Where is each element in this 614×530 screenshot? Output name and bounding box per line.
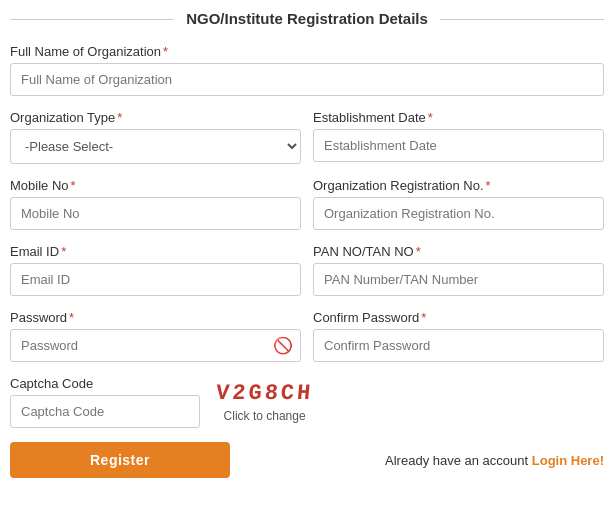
register-button[interactable]: Register <box>10 442 230 478</box>
captcha-image-area: V2G8CH Click to change <box>212 381 317 423</box>
confirm-password-group: Confirm Password* <box>313 310 604 362</box>
establishment-date-group: Establishment Date* <box>313 110 604 164</box>
org-type-establishment-row: Organization Type* -Please Select- NGO I… <box>10 110 604 164</box>
pan-no-label: PAN NO/TAN NO* <box>313 244 604 259</box>
confirm-password-label: Confirm Password* <box>313 310 604 325</box>
confirm-password-input[interactable] <box>313 329 604 362</box>
email-id-group: Email ID* <box>10 244 301 296</box>
full-name-row: Full Name of Organization* <box>10 44 604 96</box>
pan-no-input[interactable] <box>313 263 604 296</box>
password-input[interactable] <box>10 329 301 362</box>
captcha-group: Captcha Code <box>10 376 200 428</box>
org-reg-no-group: Organization Registration No.* <box>313 178 604 230</box>
org-type-select[interactable]: -Please Select- NGO Institute Trust Soci… <box>10 129 301 164</box>
mobile-no-group: Mobile No* <box>10 178 301 230</box>
establishment-date-label: Establishment Date* <box>313 110 604 125</box>
email-id-input[interactable] <box>10 263 301 296</box>
page-title-container: NGO/Institute Registration Details <box>10 10 604 28</box>
captcha-row: Captcha Code V2G8CH Click to change <box>10 376 604 428</box>
mobile-no-input[interactable] <box>10 197 301 230</box>
mobile-orgreg-row: Mobile No* Organization Registration No.… <box>10 178 604 230</box>
password-confirm-row: Password* 🚫 Confirm Password* <box>10 310 604 362</box>
full-name-group: Full Name of Organization* <box>10 44 604 96</box>
org-type-label: Organization Type* <box>10 110 301 125</box>
password-label: Password* <box>10 310 301 325</box>
already-account-text: Already have an account Login Here! <box>385 453 604 468</box>
full-name-label: Full Name of Organization* <box>10 44 604 59</box>
page-title: NGO/Institute Registration Details <box>174 10 440 27</box>
login-link[interactable]: Login Here! <box>532 453 604 468</box>
captcha-image: V2G8CH <box>211 381 318 407</box>
full-name-input[interactable] <box>10 63 604 96</box>
org-reg-no-label: Organization Registration No.* <box>313 178 604 193</box>
org-reg-no-input[interactable] <box>313 197 604 230</box>
password-wrapper: 🚫 <box>10 329 301 362</box>
click-to-change[interactable]: Click to change <box>224 409 306 423</box>
password-group: Password* 🚫 <box>10 310 301 362</box>
toggle-password-icon[interactable]: 🚫 <box>273 336 293 355</box>
pan-no-group: PAN NO/TAN NO* <box>313 244 604 296</box>
captcha-label: Captcha Code <box>10 376 200 391</box>
mobile-no-label: Mobile No* <box>10 178 301 193</box>
email-id-label: Email ID* <box>10 244 301 259</box>
org-type-group: Organization Type* -Please Select- NGO I… <box>10 110 301 164</box>
captcha-input[interactable] <box>10 395 200 428</box>
register-row: Register Already have an account Login H… <box>10 442 604 478</box>
establishment-date-input[interactable] <box>313 129 604 162</box>
email-pan-row: Email ID* PAN NO/TAN NO* <box>10 244 604 296</box>
